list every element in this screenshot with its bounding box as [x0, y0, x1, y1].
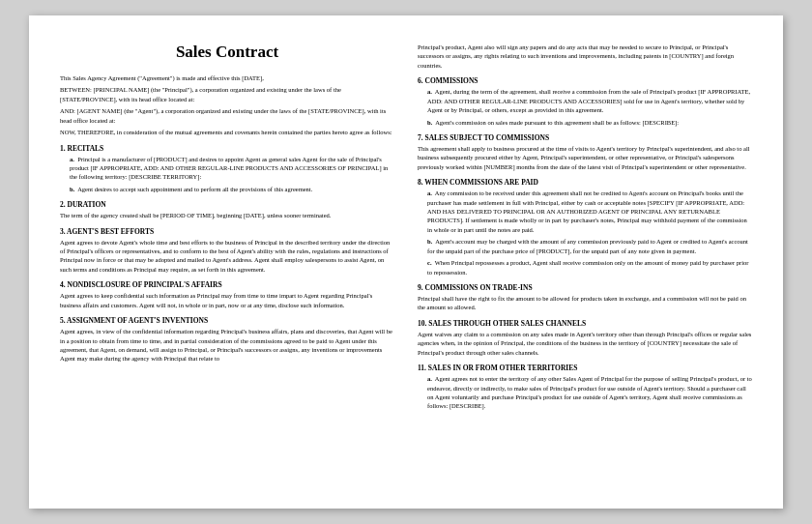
section-9-text: Principal shall have the right to fix th… — [418, 294, 752, 312]
section-7: 7. SALES SUBJECT TO COMMISSIONS This agr… — [418, 133, 752, 171]
section-9-title: 9. COMMISSIONS ON TRADE-INS — [418, 283, 752, 292]
section-5-text: Agent agrees, in view of the confidentia… — [60, 327, 394, 364]
right-intro-text: Principal's product, Agent also will sig… — [418, 43, 752, 70]
section-5: 5. ASSIGNMENT OF AGENT'S INVENTIONS Agen… — [60, 316, 394, 364]
section-3: 3. AGENT'S BEST EFFORTS Agent agrees to … — [60, 227, 394, 275]
section-3-text: Agent agrees to devote Agent's whole tim… — [60, 238, 394, 275]
section-2-title: 2. DURATION — [60, 200, 394, 209]
section-2: 2. DURATION The term of the agency creat… — [60, 200, 394, 219]
section-6-para-a: a. Agent, during the term of the agreeme… — [418, 87, 752, 114]
section-10-title: 10. SALES THROUGH OTHER SALES CHANNELS — [418, 319, 752, 328]
between-text: BETWEEN: [PRINCIPAL NAME] (the "Principa… — [60, 85, 394, 103]
section-1: 1. RECITALS a. Principal is a manufactur… — [60, 144, 394, 194]
section-11: 11. SALES IN OR FROM OTHER TERRITORIES a… — [418, 364, 752, 411]
section-10-text: Agent waives any claim to a commission o… — [418, 330, 752, 357]
section-4: 4. NONDISCLOSURE OF PRINCIPAL'S AFFAIRS … — [60, 280, 394, 309]
section-6-title: 6. COMMISSIONS — [418, 76, 752, 85]
section-9: 9. COMMISSIONS ON TRADE-INS Principal sh… — [418, 283, 752, 312]
section-8-title: 8. WHEN COMMISSIONS ARE PAID — [418, 178, 752, 187]
section-3-title: 3. AGENT'S BEST EFFORTS — [60, 227, 394, 236]
section-8-para-b: b. Agent's account may be charged with t… — [418, 237, 752, 255]
section-8-para-c: c. When Principal repossesses a product,… — [418, 258, 752, 277]
section-10: 10. SALES THROUGH OTHER SALES CHANNELS A… — [418, 319, 752, 357]
left-column: Sales Contract This Sales Agency Agreeme… — [60, 43, 394, 481]
therefore-text: NOW, THEREFORE, in consideration of the … — [60, 128, 394, 136]
document-wrapper: Sales Contract This Sales Agency Agreeme… — [29, 15, 783, 509]
document-inner: Sales Contract This Sales Agency Agreeme… — [29, 15, 783, 509]
section-2-text: The term of the agency created shall be … — [60, 211, 394, 219]
section-4-text: Agent agrees to keep confidential such i… — [60, 291, 394, 309]
section-11-title: 11. SALES IN OR FROM OTHER TERRITORIES — [418, 364, 752, 372]
and-text: AND: [AGENT NAME] (the "Agent"), a corpo… — [60, 106, 394, 125]
intro-block: This Sales Agency Agreement ("Agreement"… — [60, 73, 394, 137]
document-title: Sales Contract — [60, 43, 394, 62]
section-8: 8. WHEN COMMISSIONS ARE PAID a. Any comm… — [418, 178, 752, 277]
section-6: 6. COMMISSIONS a. Agent, during the term… — [418, 76, 752, 127]
right-column: Principal's product, Agent also will sig… — [418, 43, 752, 481]
section-7-title: 7. SALES SUBJECT TO COMMISSIONS — [418, 133, 752, 142]
section-1-para-a: a. Principal is a manufacturer of [PRODU… — [60, 155, 394, 182]
section-7-text: This agreement shall apply to business p… — [418, 144, 752, 171]
section-5-title: 5. ASSIGNMENT OF AGENT'S INVENTIONS — [60, 316, 394, 325]
section-1-para-b: b. Agent desires to accept such appointm… — [60, 185, 394, 193]
section-4-title: 4. NONDISCLOSURE OF PRINCIPAL'S AFFAIRS — [60, 280, 394, 289]
section-1-num: 1. — [60, 144, 68, 153]
intro-text: This Sales Agency Agreement ("Agreement"… — [60, 73, 394, 82]
section-6-para-b: b. Agent's commission on sales made purs… — [418, 118, 752, 127]
section-1-title: 1. RECITALS — [60, 144, 394, 153]
section-8-para-a: a. Any commission to be received under t… — [418, 189, 752, 234]
section-11-para-a: a. Agent agrees not to enter the territo… — [418, 374, 752, 411]
